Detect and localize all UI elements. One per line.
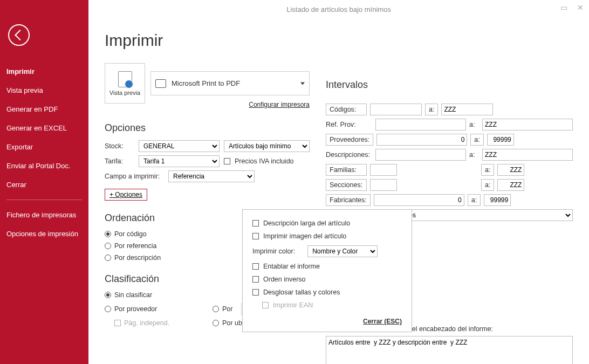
chevron-down-icon <box>300 82 305 85</box>
close-icon[interactable]: ✕ <box>577 3 584 12</box>
sidebar-separator <box>6 200 82 200</box>
descripciones-label: Descripciones: <box>326 149 372 160</box>
sidebar-item-pdf[interactable]: Generar en PDF <box>0 100 88 119</box>
mas-opciones-button[interactable]: + Opciones <box>105 189 147 201</box>
sidebar-item-portal[interactable]: Enviar al Portal Doc. <box>0 156 88 175</box>
imagen-articulo-label: Imprimir imagen del artículo <box>263 232 346 240</box>
proveedores-from-input[interactable] <box>376 134 467 146</box>
tarifa-label: Tarifa: <box>105 157 134 165</box>
printer-select[interactable]: Microsoft Print to PDF <box>150 71 310 95</box>
familias-to-input[interactable] <box>497 164 524 176</box>
popup-ean-row: Imprimir EAN <box>262 301 402 309</box>
sidebar-item-exportar[interactable]: Exportar <box>0 138 88 156</box>
pag-independ-checkbox: Pág. independ. <box>114 319 202 327</box>
page-title: Imprimir <box>105 31 573 50</box>
intervalos-heading: Intervalos <box>326 79 573 91</box>
popup-desc-larga-row[interactable]: Descripción larga del artículo <box>252 219 402 227</box>
main-area: Listado de artículos bajo mínimos ▭ ✕ Im… <box>88 0 589 364</box>
popup-close-link[interactable]: Cerrar (ESC) <box>363 318 402 325</box>
refprov-from-input[interactable] <box>375 119 466 131</box>
filter-select[interactable]: Artículos bajo mínimo <box>224 140 310 152</box>
checkbox-icon <box>252 233 259 239</box>
a-label: a: <box>481 179 494 191</box>
desglosar-label: Desglosar tallas y colores <box>263 289 340 296</box>
sidebar: Imprimir Vista previa Generar en PDF Gen… <box>0 0 88 364</box>
fabricantes-to-input[interactable] <box>484 194 511 206</box>
articulos-select[interactable]: Todos <box>394 209 573 221</box>
secciones-from-input[interactable] <box>370 179 397 191</box>
refprov-to-input[interactable] <box>482 119 573 131</box>
encabezado-textarea[interactable]: Artículos entre y ZZZ y descripción entr… <box>326 336 573 364</box>
popup-inverso-row[interactable]: Orden inverso <box>252 276 402 283</box>
a-label: a: <box>469 149 479 160</box>
clasif-sin-radio[interactable]: Sin clasificar <box>105 291 202 299</box>
checkbox-icon <box>252 220 259 226</box>
popup-imagen-row[interactable]: Imprimir imagen del artículo <box>252 232 402 240</box>
configurar-impresora-link[interactable]: Configurar impresora <box>150 101 310 108</box>
sidebar-item-imprimir[interactable]: Imprimir <box>0 62 88 81</box>
a-label: a: <box>468 194 481 206</box>
codigos-from-input[interactable] <box>370 104 422 115</box>
ean-label: Imprimir EAN <box>273 301 313 309</box>
printer-icon <box>155 79 166 88</box>
stock-select[interactable]: GENERAL <box>139 140 220 152</box>
radio-icon <box>105 231 111 237</box>
desc-larga-label: Descripción larga del artículo <box>263 219 350 227</box>
opciones-popup: Descripción larga del artículo Imprimir … <box>242 209 412 332</box>
vista-previa-label: Vista previa <box>109 90 140 96</box>
document-preview-icon <box>118 71 132 87</box>
popup-entablar-row[interactable]: Entablar el informe <box>252 263 402 270</box>
printer-name: Microsoft Print to PDF <box>172 79 240 87</box>
sidebar-item-excel[interactable]: Generar en EXCEL <box>0 119 88 138</box>
proveedores-to-input[interactable] <box>487 134 514 146</box>
campo-select[interactable]: Referencia <box>168 170 255 182</box>
radio-icon <box>105 306 111 312</box>
fabricantes-label: Fabricantes: <box>326 194 371 206</box>
checkbox-icon <box>252 263 259 270</box>
codigos-to-input[interactable] <box>441 104 493 115</box>
imprimir-color-label: Imprimir color: <box>252 248 295 255</box>
checkbox-icon <box>114 320 121 326</box>
refprov-label: Ref. Prov: <box>326 119 372 130</box>
familias-label: Familias: <box>326 164 367 176</box>
orden-inverso-label: Orden inverso <box>263 276 306 283</box>
imprimir-color-select[interactable]: Nombre y Color <box>307 245 378 257</box>
radio-icon <box>213 306 219 312</box>
descripciones-to-input[interactable] <box>482 149 573 161</box>
campo-label: Campo a imprimir: <box>105 173 164 180</box>
sidebar-item-fichero-impresoras[interactable]: Fichero de impresoras <box>0 205 88 224</box>
vista-previa-button[interactable]: Vista previa <box>105 63 145 104</box>
popup-desglosar-row[interactable]: Desglosar tallas y colores <box>252 289 402 296</box>
orden-codigo-label: Por código <box>114 230 147 238</box>
sidebar-item-vista-previa[interactable]: Vista previa <box>0 81 88 100</box>
opciones-heading: Opciones <box>105 122 310 134</box>
sidebar-item-cerrar[interactable]: Cerrar <box>0 175 88 194</box>
sidebar-item-opciones-impresion[interactable]: Opciones de impresión <box>0 224 88 243</box>
clasif-proveedor-radio[interactable]: Por proveedor <box>105 303 202 315</box>
radio-icon <box>213 320 219 326</box>
secciones-to-input[interactable] <box>497 179 524 191</box>
tarifa-select[interactable]: Tarifa 1 <box>139 155 220 167</box>
fabricantes-from-input[interactable] <box>374 194 464 206</box>
back-button[interactable] <box>8 24 30 46</box>
checkbox-icon <box>252 289 259 296</box>
clasif-sin-label: Sin clasificar <box>114 291 152 299</box>
familias-from-input[interactable] <box>370 164 397 176</box>
back-arrow-icon <box>15 30 25 40</box>
secciones-label: Secciones: <box>326 179 367 191</box>
proveedores-label: Proveedores: <box>326 134 373 146</box>
minimize-icon[interactable]: ▭ <box>560 3 567 12</box>
codigos-label: Códigos: <box>326 104 367 115</box>
a-label: a: <box>470 134 483 146</box>
window-title: Listado de artículos bajo mínimos <box>88 5 589 15</box>
a-label: a: <box>425 104 438 115</box>
stock-label: Stock: <box>105 142 134 150</box>
a-label: a: <box>469 119 479 130</box>
a-label: a: <box>481 164 494 176</box>
orden-descripcion-label: Por descripción <box>114 254 161 262</box>
radio-icon <box>105 243 111 249</box>
iva-checkbox[interactable] <box>224 158 230 164</box>
checkbox-icon <box>252 276 259 283</box>
entablar-label: Entablar el informe <box>263 263 320 270</box>
descripciones-from-input[interactable] <box>375 149 466 161</box>
